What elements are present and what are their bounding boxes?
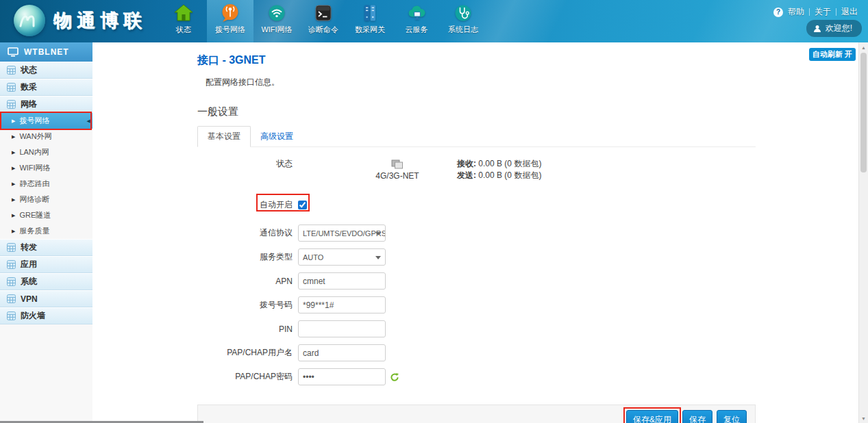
sidebar-title-text: WTBLNET: [24, 47, 69, 57]
sidebar-item-label: 静态路由: [19, 179, 49, 189]
section-title: 一般设置: [197, 105, 756, 118]
sidebar-item-label: 防火墙: [21, 310, 45, 322]
syslog-icon: [453, 3, 473, 23]
sidebar: WTBLNET 状态 数采 网络 ▶ 拨号网络 ◀ ▶ WAN外网 ▶ LAN内…: [0, 42, 92, 423]
dial-number-row: 拨号号码: [197, 296, 756, 313]
auto-refresh-toggle[interactable]: 自动刷新 开: [809, 48, 856, 61]
sidebar-item-wifi[interactable]: ▶ WIFI网络: [0, 160, 92, 176]
sidebar-item-gre-tunnel[interactable]: ▶ GRE隧道: [0, 207, 92, 223]
scroll-down-icon[interactable]: ▼: [859, 413, 868, 423]
pap-pass-label: PAP/CHAP密码: [197, 371, 293, 383]
sidebar-item-label: 应用: [21, 259, 37, 270]
scrollbar-thumb[interactable]: [860, 53, 867, 172]
help-icon: ?: [773, 8, 783, 17]
nav-item-diagnostic-command[interactable]: 诊断命令: [300, 0, 347, 42]
brand-logo: 物通博联: [14, 5, 147, 36]
pap-user-input[interactable]: [298, 344, 386, 361]
brand-name: 物通博联: [53, 8, 147, 33]
sidebar-item-qos[interactable]: ▶ 服务质量: [0, 223, 92, 239]
grid-icon: [7, 66, 16, 75]
device-name: 4G/3G-NET: [375, 171, 419, 181]
user-icon: [813, 25, 821, 33]
sidebar-item-label: 数采: [21, 81, 37, 93]
scrollbar[interactable]: ▲ ▼: [858, 42, 868, 423]
sidebar-item-data-acquisition[interactable]: 数采: [0, 79, 92, 96]
sidebar-item-label: 服务质量: [19, 226, 49, 236]
sidebar-item-dial-network[interactable]: ▶ 拨号网络 ◀: [0, 113, 92, 129]
nav-label: 云服务: [406, 25, 428, 35]
status-label: 状态: [197, 158, 293, 170]
sidebar-item-label: 网络: [21, 99, 37, 110]
sidebar-item-status[interactable]: 状态: [0, 62, 92, 79]
logout-link[interactable]: 退出: [841, 6, 858, 18]
cloud-icon: [406, 3, 427, 23]
sidebar-item-label: WIFI网络: [19, 163, 50, 173]
active-marker-icon: ◀: [87, 118, 90, 124]
auto-start-row: 自动开启: [197, 196, 756, 214]
scroll-up-icon[interactable]: ▲: [859, 42, 868, 52]
grid-icon: [7, 260, 16, 269]
grid-icon: [7, 294, 16, 303]
reveal-password-icon[interactable]: [390, 372, 399, 382]
auto-start-checkbox[interactable]: [298, 201, 307, 209]
service-type-label: 服务类型: [197, 251, 293, 263]
nav-item-dial-network[interactable]: 拨号网络: [207, 0, 253, 42]
sidebar-item-lan[interactable]: ▶ LAN内网: [0, 144, 92, 160]
sidebar-item-application[interactable]: 应用: [0, 256, 92, 273]
save-apply-button[interactable]: 保存&应用: [626, 410, 678, 423]
sidebar-item-network[interactable]: 网络: [0, 96, 92, 113]
nav-label: 数采网关: [355, 25, 385, 35]
nav-item-status[interactable]: 状态: [160, 0, 207, 42]
gateway-icon: [360, 3, 380, 23]
apn-row: APN: [197, 272, 756, 290]
sidebar-item-system[interactable]: 系统: [0, 273, 92, 290]
sidebar-item-vpn[interactable]: VPN: [0, 290, 92, 307]
reset-button[interactable]: 复位: [717, 410, 747, 423]
protocol-label: 通信协议: [197, 227, 293, 239]
grid-icon: [7, 83, 16, 92]
settings-tabs: 基本设置 高级设置: [197, 128, 756, 147]
protocol-select[interactable]: LTE/UMTS/EVDO/GPRS: [298, 225, 386, 242]
about-link[interactable]: 关于: [815, 6, 831, 18]
auto-start-label: 自动开启: [197, 199, 293, 211]
tx-value: 0.00 B (0 数据包): [478, 170, 541, 180]
sidebar-item-label: 拨号网络: [19, 116, 49, 126]
nav-label: 拨号网络: [215, 25, 245, 35]
dial-number-input[interactable]: [298, 296, 386, 313]
nav-item-data-gateway[interactable]: 数采网关: [347, 0, 393, 42]
submenu-arrow-icon: ▶: [12, 134, 15, 140]
main-content: 自动刷新 开 接口 - 3GNET 配置网络接口信息。 一般设置 基本设置 高级…: [92, 42, 858, 423]
divider: [809, 8, 810, 16]
save-button[interactable]: 保存: [682, 410, 712, 423]
top-header: 物通博联 状态 拨号网络: [0, 0, 868, 42]
sidebar-header: WTBLNET: [0, 42, 92, 62]
apn-label: APN: [197, 277, 293, 286]
submenu-arrow-icon: ▶: [12, 150, 15, 155]
sidebar-item-wan[interactable]: ▶ WAN外网: [0, 129, 92, 144]
pin-label: PIN: [197, 324, 293, 334]
welcome-badge[interactable]: 欢迎您!: [806, 20, 862, 37]
service-type-select[interactable]: AUTO: [298, 248, 386, 266]
nav-item-cloud-service[interactable]: 云服务: [393, 0, 440, 42]
help-link[interactable]: 帮助: [788, 6, 804, 18]
logo-sphere-icon: [14, 5, 45, 36]
pap-user-label: PAP/CHAP用户名: [197, 347, 293, 359]
tab-advanced-settings[interactable]: 高级设置: [251, 127, 303, 146]
sidebar-item-network-diagnosis[interactable]: ▶ 网络诊断: [0, 192, 92, 207]
sidebar-item-static-route[interactable]: ▶ 静态路由: [0, 176, 92, 192]
pap-pass-input[interactable]: [298, 368, 386, 385]
pin-input[interactable]: [298, 320, 386, 337]
tab-basic-settings[interactable]: 基本设置: [197, 126, 251, 147]
home-icon: [173, 3, 194, 23]
nav-item-wifi-network[interactable]: WIFI网络: [253, 0, 300, 42]
nav-item-system-log[interactable]: 系统日志: [440, 0, 486, 42]
nav-label: WIFI网络: [261, 25, 292, 35]
submenu-arrow-icon: ▶: [12, 213, 15, 218]
status-device: 4G/3G-NET: [346, 159, 449, 181]
dial-number-label: 拨号号码: [197, 299, 293, 311]
sidebar-item-firewall[interactable]: 防火墙: [0, 307, 92, 324]
sidebar-item-forwarding[interactable]: 转发: [0, 239, 92, 256]
nav-label: 系统日志: [448, 25, 478, 35]
apn-input[interactable]: [298, 272, 386, 290]
submenu-arrow-icon: ▶: [12, 118, 15, 124]
